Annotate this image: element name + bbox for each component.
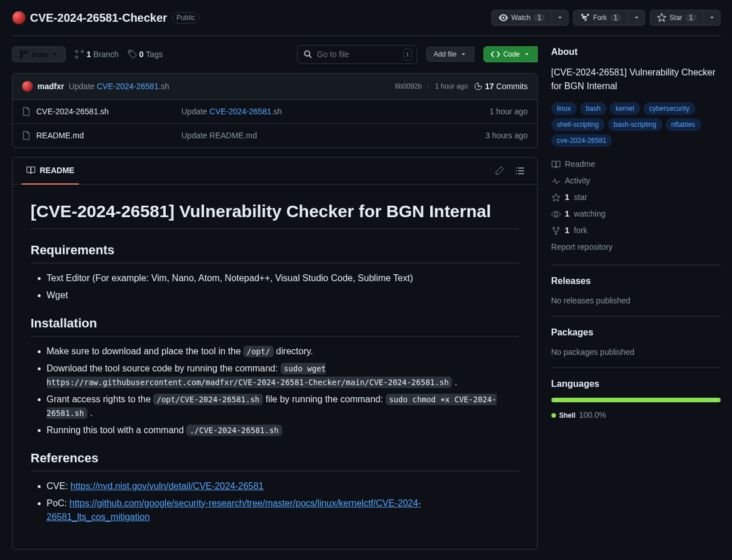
go-to-file-search[interactable]: t	[297, 45, 417, 64]
svg-point-6	[553, 227, 554, 229]
branch-icon	[75, 50, 84, 59]
list-item: CVE: https://nvd.nist.gov/vuln/detail/CV…	[47, 479, 519, 493]
tag-icon	[128, 50, 137, 59]
book-icon	[551, 160, 561, 169]
packages-heading[interactable]: Packages	[551, 326, 721, 339]
watch-label: Watch	[511, 14, 531, 22]
code-button[interactable]: Code	[483, 46, 538, 62]
svg-point-7	[557, 227, 559, 229]
packages-empty: No packages published	[551, 346, 721, 358]
fork-icon	[581, 13, 590, 22]
list-icon	[515, 166, 525, 175]
topic-badge[interactable]: nftables	[666, 118, 701, 131]
topic-badge[interactable]: kernel	[610, 102, 640, 115]
visibility-badge: Public	[172, 12, 200, 23]
code-label: Code	[503, 50, 520, 58]
tags-label: Tags	[146, 49, 163, 61]
topic-badge[interactable]: bash	[580, 102, 606, 115]
topic-badge[interactable]: cve-2024-26581	[551, 134, 613, 147]
watch-dropdown[interactable]	[552, 10, 569, 26]
list-item: PoC: https://github.com/google/security-…	[47, 497, 519, 524]
owner-avatar[interactable]	[12, 11, 26, 25]
book-icon	[26, 166, 35, 175]
stars-link[interactable]: 1 star	[551, 189, 721, 206]
installation-heading: Installation	[31, 314, 519, 337]
star-icon	[657, 13, 666, 22]
reference-link[interactable]: https://github.com/google/security-resea…	[47, 498, 421, 522]
table-row[interactable]: README.md Update README.md 3 hours ago	[13, 124, 537, 147]
watching-link[interactable]: 1 watching	[551, 206, 721, 222]
star-dropdown[interactable]	[704, 10, 721, 26]
file-commit-message[interactable]: Update CVE-2024-26581.sh	[182, 106, 448, 118]
star-button[interactable]: Star 1	[650, 10, 704, 26]
topic-badge[interactable]: bash-scripting	[608, 118, 662, 131]
language-item[interactable]: Shell 100.0%	[551, 409, 721, 421]
svg-rect-3	[518, 170, 524, 171]
list-item: Running this tool with a command ./CVE-2…	[47, 423, 519, 437]
svg-point-8	[555, 233, 557, 234]
tags-count: 0	[139, 49, 144, 61]
svg-point-2	[516, 170, 517, 171]
readme-tab-label: README	[40, 165, 75, 177]
branches-link[interactable]: 1 Branch	[75, 49, 118, 61]
chevron-down-icon	[557, 14, 563, 21]
languages-heading: Languages	[551, 377, 721, 391]
svg-point-4	[516, 173, 517, 174]
file-name: README.md	[37, 130, 84, 142]
report-link[interactable]: Report repository	[551, 239, 721, 255]
commit-author[interactable]: madfxr	[38, 81, 65, 93]
table-row[interactable]: CVE-2024-26581.sh Update CVE-2024-26581.…	[13, 100, 537, 124]
file-icon	[22, 107, 31, 116]
releases-heading[interactable]: Releases	[551, 274, 721, 288]
svg-point-0	[516, 167, 517, 169]
chevron-down-icon	[51, 51, 58, 58]
chevron-down-icon	[633, 14, 640, 21]
topic-badge[interactable]: linux	[551, 102, 577, 115]
edit-readme-button[interactable]	[491, 163, 507, 179]
fork-button[interactable]: Fork 1	[573, 10, 629, 26]
commits-link[interactable]: 17 Commits	[474, 81, 528, 93]
add-file-label: Add file	[434, 50, 457, 58]
tags-link[interactable]: 0 Tags	[128, 49, 163, 61]
file-icon	[22, 131, 31, 140]
fork-count: 1	[610, 14, 621, 22]
file-commit-message[interactable]: Update README.md	[182, 130, 448, 142]
branch-select[interactable]: main	[12, 46, 66, 62]
commit-author-avatar[interactable]	[22, 81, 33, 92]
readme-box: README [CVE-2024-26581] Vulnerability Ch…	[12, 157, 538, 550]
eye-icon	[499, 13, 508, 22]
watch-button[interactable]: Watch 1	[491, 10, 552, 26]
pencil-icon	[495, 166, 504, 175]
branch-name: main	[32, 50, 49, 59]
reference-link[interactable]: https://nvd.nist.gov/vuln/detail/CVE-202…	[70, 481, 263, 491]
eye-icon	[551, 210, 561, 219]
search-input[interactable]	[317, 50, 399, 59]
watch-count: 1	[534, 14, 545, 22]
repo-header: CVE-2024-26581-Checker Public Watch 1 Fo…	[12, 0, 721, 36]
code-toolbar: main 1 Branch 0 Tags	[12, 45, 538, 64]
readme-link[interactable]: Readme	[551, 156, 721, 173]
fork-dropdown[interactable]	[629, 10, 645, 26]
commit-file-link[interactable]: CVE-2024-26581	[97, 82, 158, 91]
commits-count: 17	[485, 81, 494, 93]
repo-name[interactable]: CVE-2024-26581-Checker	[30, 9, 167, 26]
references-heading: References	[31, 449, 519, 471]
outline-button[interactable]	[512, 163, 528, 179]
releases-empty: No releases published	[551, 295, 721, 307]
topic-badge[interactable]: cybersecurity	[643, 102, 695, 115]
chevron-down-icon	[460, 51, 467, 58]
about-description: [CVE-2024-26581] Vulnerability Checker f…	[551, 66, 721, 93]
star-label: Star	[670, 14, 682, 22]
commit-message[interactable]: Update CVE-2024-26581.sh	[69, 81, 169, 93]
add-file-button[interactable]: Add file	[426, 47, 474, 62]
forks-link[interactable]: 1 fork	[551, 222, 721, 239]
readme-title: [CVE-2024-26581] Vulnerability Checker f…	[31, 198, 519, 229]
readme-tab[interactable]: README	[22, 158, 79, 185]
search-icon	[303, 50, 313, 59]
topics: linuxbashkernelcybersecurityshell-script…	[551, 102, 721, 147]
activity-link[interactable]: Activity	[551, 173, 721, 189]
commit-sha[interactable]: 6b0092b	[395, 81, 422, 91]
fork-icon	[551, 226, 561, 235]
topic-badge[interactable]: shell-scripting	[551, 118, 605, 131]
commit-file-link[interactable]: CVE-2024-26581	[210, 107, 271, 116]
